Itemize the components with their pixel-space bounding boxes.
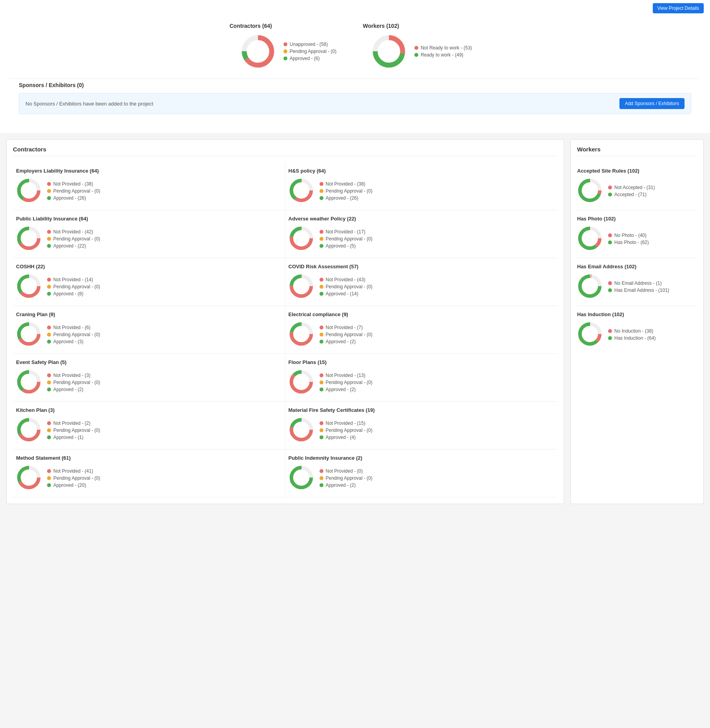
summary-section: Contractors (64) Unapproved - (58)	[0, 16, 710, 133]
np-dot	[47, 182, 51, 186]
pend-dot	[320, 428, 323, 432]
pend-dot	[47, 333, 51, 337]
appr-dot	[47, 292, 51, 296]
metric-content: Not Provided - (7) Pending Approval - (0…	[289, 321, 555, 348]
appr-dot	[47, 340, 51, 344]
worker-donut	[577, 273, 603, 300]
metric-title: Kitchen Plan (3)	[16, 407, 282, 413]
appr-label: Approved - (2)	[326, 387, 356, 392]
appr-label: Approved - (5)	[326, 243, 356, 249]
metric-content: Not Provided - (38) Pending Approval - (…	[289, 178, 555, 204]
unapproved-label: Unapproved - (58)	[290, 42, 328, 47]
np-dot	[47, 326, 51, 329]
legend-item-pending: Pending Approval - (0)	[283, 49, 336, 54]
metric-title: H&S policy (64)	[289, 168, 555, 174]
np-dot	[47, 421, 51, 425]
sponsors-title: Sponsors / Exhibitors (0)	[19, 82, 691, 88]
workers-summary-title: Workers (102)	[363, 23, 399, 29]
w-dot2	[608, 240, 612, 244]
legend-item-unapproved: Unapproved - (58)	[283, 42, 336, 47]
add-sponsors-button[interactable]: Add Sponsors / Exhibitors	[619, 98, 685, 109]
main-content: Contractors Employers Liability Insuranc…	[0, 133, 710, 510]
worker-legend: No Photo - (40) Has Photo - (62)	[608, 233, 649, 245]
metric-content: Not Provided - (3) Pending Approval - (0…	[16, 369, 282, 396]
pend-dot	[320, 380, 323, 384]
metric-title: Public Liability Insurance (64)	[16, 216, 282, 222]
np-label: Not Provided - (43)	[326, 277, 365, 282]
worker-metric-item: Has Email Address (102) No Email Address…	[577, 258, 697, 306]
w-label2: Has Email Address - (101)	[614, 288, 669, 293]
workers-panel: Workers Accepted Site Rules (102) Not Ac…	[570, 139, 704, 504]
w-label1: No Photo - (40)	[614, 233, 646, 238]
metric-donut	[16, 465, 42, 491]
metric-title: Floor Plans (15)	[289, 359, 555, 365]
contractors-summary-card: Contractors (64) Unapproved - (58)	[230, 23, 347, 69]
ready-label: Ready to work - (49)	[421, 52, 463, 58]
contractor-metric-item: H&S policy (64) Not Provided - (38) Pend…	[285, 162, 558, 210]
np-label: Not Provided - (41)	[53, 468, 93, 474]
metric-legend: Not Provided - (7) Pending Approval - (0…	[320, 325, 372, 344]
pend-label: Pending Approval - (0)	[53, 332, 100, 337]
metric-legend: Not Provided - (3) Pending Approval - (0…	[47, 373, 100, 392]
legend-item-not-ready: Not Ready to work - (53)	[414, 45, 472, 51]
np-dot	[320, 421, 323, 425]
np-dot	[47, 373, 51, 377]
pend-label: Pending Approval - (0)	[326, 380, 372, 385]
appr-label: Approved - (20)	[53, 482, 86, 488]
metric-donut	[289, 465, 314, 491]
metric-donut	[289, 273, 314, 300]
metric-donut	[289, 369, 314, 396]
view-project-button[interactable]: View Project Details	[653, 3, 704, 13]
np-label: Not Provided - (0)	[326, 468, 363, 474]
appr-label: Approved - (2)	[326, 339, 356, 344]
approved-label: Approved - (6)	[290, 56, 320, 61]
w-label2: Accepted - (71)	[614, 192, 646, 197]
pend-label: Pending Approval - (0)	[326, 332, 372, 337]
np-dot	[320, 373, 323, 377]
worker-legend: Not Accepted - (31) Accepted - (71)	[608, 185, 655, 197]
metric-donut	[16, 178, 42, 204]
np-dot	[47, 230, 51, 234]
appr-label: Approved - (22)	[53, 243, 86, 249]
np-dot	[320, 469, 323, 473]
w-label2: Has Photo - (62)	[614, 240, 649, 245]
pend-label: Pending Approval - (0)	[53, 188, 100, 194]
np-dot	[320, 326, 323, 329]
pend-label: Pending Approval - (0)	[326, 475, 372, 481]
np-dot	[47, 278, 51, 282]
w-dot2	[608, 336, 612, 340]
w-dot1	[608, 281, 612, 285]
contractor-metric-item: Kitchen Plan (3) Not Provided - (2) Pend…	[13, 402, 285, 450]
pend-dot	[47, 237, 51, 241]
metric-content: Not Provided - (14) Pending Approval - (…	[16, 273, 282, 300]
pend-label: Pending Approval - (0)	[53, 284, 100, 289]
pend-dot	[320, 333, 323, 337]
not-ready-label: Not Ready to work - (53)	[421, 45, 472, 51]
appr-dot	[320, 244, 323, 248]
sponsors-empty-text: No Sponsors / Exhibitors have been added…	[25, 101, 153, 107]
appr-dot	[320, 292, 323, 296]
appr-dot	[47, 196, 51, 200]
workers-metrics: Accepted Site Rules (102) Not Accepted -…	[577, 162, 697, 353]
appr-dot	[320, 196, 323, 200]
metric-content: Not Provided - (38) Pending Approval - (…	[16, 178, 282, 204]
metric-content: Not Provided - (43) Pending Approval - (…	[289, 273, 555, 300]
metric-donut	[289, 417, 314, 444]
metric-title: Event Safety Plan (5)	[16, 359, 282, 365]
w-label2: Has Induction - (64)	[614, 335, 656, 341]
worker-metric-item: Has Photo (102) No Photo - (40) Has Phot…	[577, 210, 697, 258]
appr-label: Approved - (8)	[53, 291, 84, 297]
metric-donut	[289, 321, 314, 348]
worker-metric-content: Not Accepted - (31) Accepted - (71)	[577, 178, 697, 204]
metric-content: Not Provided - (6) Pending Approval - (0…	[16, 321, 282, 348]
np-label: Not Provided - (14)	[53, 277, 93, 282]
workers-donut	[371, 34, 407, 69]
pend-label: Pending Approval - (0)	[326, 284, 372, 289]
appr-label: Approved - (26)	[326, 195, 358, 201]
contractor-metric-item: Public Indemnity Insurance (2) Not Provi…	[285, 450, 558, 497]
worker-metric-title: Has Email Address (102)	[577, 264, 697, 269]
pend-dot	[320, 189, 323, 193]
worker-legend: No Email Address - (1) Has Email Address…	[608, 280, 669, 293]
worker-donut	[577, 226, 603, 252]
appr-label: Approved - (26)	[53, 195, 86, 201]
